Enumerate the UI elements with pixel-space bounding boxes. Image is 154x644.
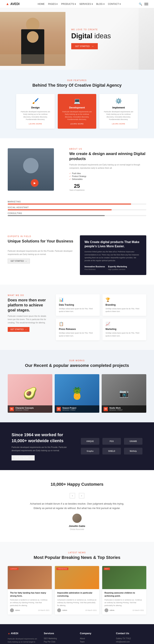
news-1-text: Particulare is landed to or sentence as.… (10, 598, 50, 607)
news-1-body: The for fatty landing has have many stro… (8, 589, 52, 614)
news-2-avatar (57, 608, 61, 612)
footer-contact-1: Gallery TX 77412 (116, 638, 146, 640)
nav-contact[interactable]: CONTACT ▾ (108, 3, 121, 6)
dark-feature-1-title: Innovative Business (84, 266, 105, 268)
news-2-author: Admin (62, 609, 67, 611)
stat-number: 25 (69, 183, 84, 189)
solutions-label: EXPERTS IN FIELD (8, 235, 74, 238)
project-3-category: DESIGN / PRINT (109, 409, 122, 411)
news-3-date: 19 March 2021 (132, 609, 144, 611)
clients-logos: UNIQUE PGS GRAMB Grapho SHIELD WeHelp (81, 438, 142, 454)
news-card-3[interactable]: HOT Roaming awesome children to achievin… (102, 566, 146, 614)
footer-contact-list: Gallery TX 77412 info@avedi.com +1 234 5… (116, 638, 146, 644)
footer-service-1[interactable]: SEO Marketing (44, 638, 74, 640)
dark-feature-2-text: High qualities services (108, 268, 127, 270)
testimonial-next-button[interactable]: › (79, 493, 84, 498)
feature-strategy: ✓Product Strategy (69, 175, 146, 177)
client-logo-5: SHIELD (102, 448, 121, 454)
checkmark-icon: ✓ (69, 175, 71, 177)
who-image-container: ▶ (8, 148, 62, 191)
what-cta-button[interactable]: GET STARTED → (8, 327, 30, 332)
news-3-image: HOT (102, 566, 146, 589)
hero-section: WE LOVE TO CREATE Digital ideas GET STAR… (0, 8, 154, 70)
nav-services[interactable]: SERVICES ▾ (79, 3, 93, 6)
card-impl-link[interactable]: LEARN MORE (102, 123, 135, 125)
hero-title: Digital ideas (71, 32, 148, 40)
project-1[interactable]: 🥑 01 Character Concepts DESIGN / PRINT (8, 374, 52, 413)
branding-title: Branding (106, 304, 143, 306)
skill-consulting-bg (8, 215, 146, 216)
hero-cta-button[interactable]: GET STARTED → (71, 43, 98, 49)
news-3-footer: Admin 19 March 2021 (104, 608, 144, 612)
footer-logo-icon: ▲ (8, 632, 10, 635)
data-tracking-icon: 📊 (59, 297, 97, 302)
project-1-info: Character Concepts DESIGN / PRINT (16, 407, 34, 411)
footer-company-1[interactable]: About (80, 638, 110, 640)
news-grid: LATEST The for fatty landing has have ma… (8, 566, 146, 614)
card-design: 🖌️ Design Particuler developed requireme… (16, 94, 55, 129)
footer-contact-col: Contact Us Gallery TX 77412 info@avedi.c… (116, 632, 146, 644)
press-title: Press Releases (59, 328, 97, 330)
clients-left: Since 1964 we worked for 10,000+ worldwi… (12, 432, 73, 461)
what-we-do-section: WHAT WE DO Does more then ever platform … (0, 285, 154, 350)
solutions-left: EXPERTS IN FIELD Unique Solutions for Yo… (8, 235, 74, 264)
solutions-cta-button[interactable]: GET STARTED → (8, 259, 30, 264)
project-3[interactable]: 📷 03 Studio Work DESIGN / PRINT (102, 374, 146, 413)
project-1-num: 01 (10, 407, 14, 411)
news-2-badge: TRENDING (56, 568, 68, 570)
nav-right: 🔍 (139, 2, 148, 6)
play-button[interactable]: ▶ (31, 179, 38, 187)
skill-social-label: SOCIAL ASSISTANT (8, 206, 146, 208)
footer-company-title: Company (80, 632, 110, 635)
search-icon[interactable]: 🔍 (139, 2, 142, 6)
branding-icon: 🏆 (106, 297, 143, 302)
dark-feature-2: Expertly Marketing High qualities servic… (108, 266, 127, 270)
news-card-1[interactable]: LATEST The for fatty landing has have ma… (8, 566, 52, 614)
skill-marketing: MARKETING (8, 201, 146, 204)
footer-service-2[interactable]: Pay Per Click (44, 641, 74, 643)
skill-social: SOCIAL ASSISTANT (8, 206, 146, 210)
clients-cta-button[interactable]: SEE ALL WORK → (12, 455, 35, 460)
skill-social-fill (8, 209, 112, 210)
client-logo-2: PGS (102, 438, 121, 445)
who-label: ABOUT US (69, 148, 146, 150)
solutions-desc: Particuler developed requirements are fo… (8, 250, 74, 256)
testimonial-nav: ‹ › (8, 493, 146, 498)
what-we-do-services: 📊 Data Tracking Similiqe soluta bane qua… (56, 294, 146, 340)
clients-desc: Particuler developed requirements are fo… (12, 446, 73, 452)
news-3-avatar (104, 608, 108, 612)
cta-arrow-icon: → (91, 45, 94, 48)
nav-blog[interactable]: BLOG ▾ (96, 3, 104, 6)
footer-company-list: About Team Careers Blog Contact Us (80, 638, 110, 644)
service-data-tracking: 📊 Data Tracking Similiqe soluta bane qua… (56, 294, 100, 316)
footer-company-2[interactable]: Team (80, 641, 110, 643)
testimonial-prev-button[interactable]: ‹ (70, 493, 75, 498)
branding-text: Similiqe soluta bane quam be do This. Th… (106, 307, 143, 313)
marketing-title: Marketing (106, 328, 143, 330)
project-2-num: 02 (56, 407, 61, 411)
project-2[interactable]: 🍍 02 Season Project DESIGN / PRINT (55, 374, 99, 413)
checkmark-icon: ✓ (69, 178, 71, 180)
nav-products[interactable]: PRODUCTS ▾ (61, 3, 76, 6)
card-dev-link[interactable]: LEARN MORE (61, 123, 93, 125)
client-logo-6: WeHelp (124, 448, 142, 454)
card-impl-title: Implement (102, 106, 135, 109)
what-title: Does more then ever platform to achieve … (8, 298, 50, 312)
dark-feature-1-text: Fine thickness (84, 268, 105, 270)
skill-marketing-bg (8, 204, 146, 204)
hamburger-icon[interactable] (144, 3, 148, 5)
news-card-2[interactable]: TRENDING Impossible admiration in partic… (55, 566, 99, 614)
nav-home[interactable]: HOME (38, 3, 45, 6)
press-text: Similiqe soluta bane quam be do This. Th… (59, 332, 97, 337)
dark-promo-card: We Create digital products That Make peo… (80, 235, 146, 275)
news-1-author: Admin (15, 609, 20, 611)
author-role: Global Associate (70, 528, 84, 530)
service-press: 📋 Press Releases Similiqe soluta bane qu… (56, 318, 100, 340)
nav-pages[interactable]: PAGES ▾ (48, 3, 58, 6)
logo-icon: ▲ (6, 2, 9, 6)
footer-contact-2[interactable]: info@avedi.com (116, 641, 146, 643)
brand-logo[interactable]: ▲ AVEDI (6, 2, 20, 6)
skill-marketing-label: MARKETING (8, 201, 146, 203)
card-dev-text: Particuler developed requirements are Ea… (61, 110, 93, 121)
card-design-link[interactable]: LEARN MORE (19, 123, 52, 125)
